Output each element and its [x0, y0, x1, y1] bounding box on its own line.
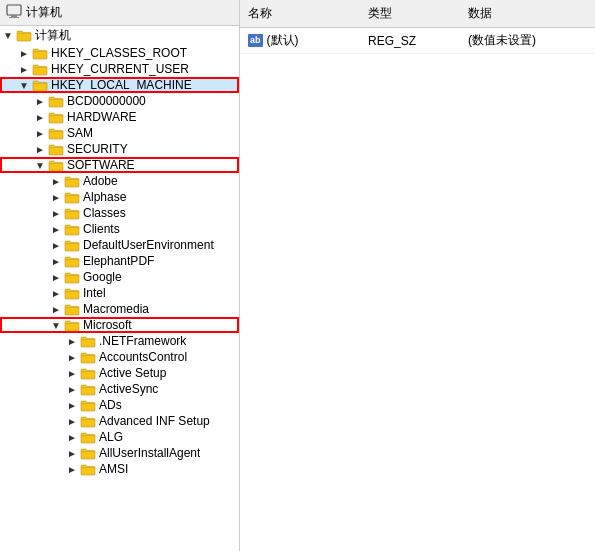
folder-icon — [64, 223, 80, 236]
detail-panel: 名称 类型 数据 ab (默认) REG_SZ (数值未设置) — [240, 0, 595, 551]
arrow-icon[interactable]: ► — [64, 464, 80, 475]
tree-item-software[interactable]: ▼ SOFTWARE — [0, 157, 239, 173]
arrow-icon[interactable]: ► — [16, 48, 32, 59]
tree-item-computer[interactable]: ▼ 计算机 — [0, 26, 239, 45]
col-type-header: 类型 — [360, 3, 460, 24]
arrow-icon[interactable]: ► — [64, 400, 80, 411]
arrow-icon[interactable]: ► — [32, 112, 48, 123]
arrow-icon[interactable]: ► — [48, 272, 64, 283]
tree-item-elephantpdf[interactable]: ► ElephantPDF — [0, 253, 239, 269]
arrow-icon[interactable]: ► — [48, 192, 64, 203]
tree-item-security[interactable]: ► SECURITY — [0, 141, 239, 157]
tree-item-defaultuserenvironment[interactable]: ► DefaultUserEnvironment — [0, 237, 239, 253]
arrow-icon[interactable]: ► — [64, 352, 80, 363]
tree-item-hkey_current_user[interactable]: ► HKEY_CURRENT_USER — [0, 61, 239, 77]
folder-icon — [16, 29, 32, 42]
arrow-icon[interactable]: ► — [48, 256, 64, 267]
arrow-icon[interactable]: ► — [64, 384, 80, 395]
folder-icon — [80, 415, 96, 428]
folder-icon — [80, 383, 96, 396]
tree-item-microsoft[interactable]: ▼ Microsoft — [0, 317, 239, 333]
tree-item-ads[interactable]: ► ADs — [0, 397, 239, 413]
arrow-icon[interactable]: ► — [64, 448, 80, 459]
tree-item-amsi[interactable]: ► AMSI — [0, 461, 239, 477]
tree-item-alg[interactable]: ► ALG — [0, 429, 239, 445]
arrow-icon[interactable]: ► — [48, 208, 64, 219]
tree-item-clients[interactable]: ► Clients — [0, 221, 239, 237]
tree-item-label: SAM — [67, 126, 93, 140]
tree-item-label: Google — [83, 270, 122, 284]
registry-editor: 计算机 ▼ 计算机► HKEY_CLASSES_ROOT► HKEY_CURRE… — [0, 0, 595, 551]
tree-item-bcd00000000[interactable]: ► BCD00000000 — [0, 93, 239, 109]
detail-data-cell: (数值未设置) — [460, 30, 595, 51]
arrow-icon[interactable]: ▼ — [48, 320, 64, 331]
tree-item-alphase[interactable]: ► Alphase — [0, 189, 239, 205]
arrow-icon[interactable]: ► — [32, 96, 48, 107]
folder-icon — [48, 159, 64, 172]
arrow-icon[interactable]: ► — [64, 336, 80, 347]
tree-item-intel[interactable]: ► Intel — [0, 285, 239, 301]
folder-icon — [80, 351, 96, 364]
tree-item-label: 计算机 — [35, 27, 71, 44]
tree-item-alluserinstallagent[interactable]: ► AllUserInstallAgent — [0, 445, 239, 461]
tree-item-label: Microsoft — [83, 318, 132, 332]
folder-icon — [64, 287, 80, 300]
tree-item-sam[interactable]: ► SAM — [0, 125, 239, 141]
detail-header: 名称 类型 数据 — [240, 0, 595, 28]
tree-panel: 计算机 ▼ 计算机► HKEY_CLASSES_ROOT► HKEY_CURRE… — [0, 0, 240, 551]
folder-icon — [48, 143, 64, 156]
folder-icon — [80, 463, 96, 476]
folder-icon — [64, 239, 80, 252]
arrow-icon[interactable]: ► — [16, 64, 32, 75]
tree-item-adobe[interactable]: ► Adobe — [0, 173, 239, 189]
arrow-icon[interactable]: ► — [48, 304, 64, 315]
folder-icon — [80, 447, 96, 460]
arrow-icon[interactable]: ▼ — [0, 30, 16, 41]
tree-item-advanced_inf_setup[interactable]: ► Advanced INF Setup — [0, 413, 239, 429]
tree-item-label: .NETFramework — [99, 334, 186, 348]
detail-row: ab (默认) REG_SZ (数值未设置) — [240, 28, 595, 54]
folder-icon — [64, 207, 80, 220]
tree-item-hkey_classes_root[interactable]: ► HKEY_CLASSES_ROOT — [0, 45, 239, 61]
arrow-icon[interactable]: ► — [32, 128, 48, 139]
tree-item-label: HKEY_CLASSES_ROOT — [51, 46, 187, 60]
tree-item-macromedia[interactable]: ► Macromedia — [0, 301, 239, 317]
arrow-icon[interactable]: ► — [64, 432, 80, 443]
arrow-icon[interactable]: ► — [48, 176, 64, 187]
tree-item-label: ADs — [99, 398, 122, 412]
tree-item-google[interactable]: ► Google — [0, 269, 239, 285]
tree-item-accountscontrol[interactable]: ► AccountsControl — [0, 349, 239, 365]
folder-icon — [64, 303, 80, 316]
tree-item-activesync[interactable]: ► ActiveSync — [0, 381, 239, 397]
tree-item-label: Clients — [83, 222, 120, 236]
tree-item-classes[interactable]: ► Classes — [0, 205, 239, 221]
arrow-icon[interactable]: ► — [48, 224, 64, 235]
computer-icon — [6, 3, 22, 22]
tree-item-netframework[interactable]: ► .NETFramework — [0, 333, 239, 349]
tree-item-label: DefaultUserEnvironment — [83, 238, 214, 252]
tree-item-label: Alphase — [83, 190, 126, 204]
folder-icon — [48, 127, 64, 140]
arrow-icon[interactable]: ► — [48, 240, 64, 251]
arrow-icon[interactable]: ► — [64, 416, 80, 427]
folder-icon — [64, 191, 80, 204]
arrow-icon[interactable]: ► — [48, 288, 64, 299]
folder-icon — [48, 111, 64, 124]
tree-item-active_setup[interactable]: ► Active Setup — [0, 365, 239, 381]
tree-item-label: HARDWARE — [67, 110, 137, 124]
arrow-icon[interactable]: ► — [32, 144, 48, 155]
tree-item-hkey_local_machine[interactable]: ▼ HKEY_LOCAL_MACHINE — [0, 77, 239, 93]
folder-icon — [48, 95, 64, 108]
arrow-icon[interactable]: ► — [64, 368, 80, 379]
tree-item-label: ActiveSync — [99, 382, 158, 396]
tree-item-label: BCD00000000 — [67, 94, 146, 108]
folder-icon — [80, 335, 96, 348]
tree-content[interactable]: ▼ 计算机► HKEY_CLASSES_ROOT► HKEY_CURRENT_U… — [0, 26, 239, 551]
arrow-icon[interactable]: ▼ — [32, 160, 48, 171]
tree-item-label: AMSI — [99, 462, 128, 476]
detail-type-cell: REG_SZ — [360, 32, 460, 50]
tree-item-hardware[interactable]: ► HARDWARE — [0, 109, 239, 125]
folder-icon — [80, 367, 96, 380]
arrow-icon[interactable]: ▼ — [16, 80, 32, 91]
tree-item-label: Adobe — [83, 174, 118, 188]
